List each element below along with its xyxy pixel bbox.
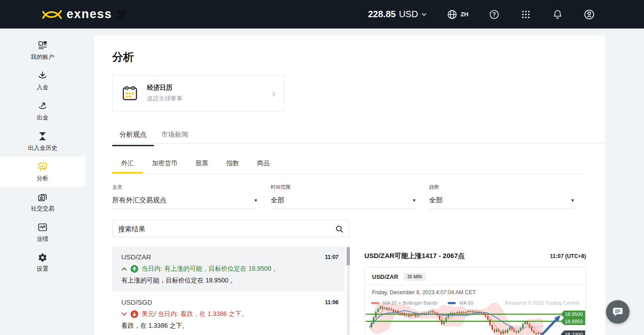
sidebar-item-label: 我的账户 [31, 53, 54, 61]
chat-button[interactable] [606, 300, 630, 324]
sidebar-item-deposit[interactable]: 入金 [0, 66, 85, 96]
bell-icon [552, 9, 563, 20]
candlestick-svg [365, 303, 585, 335]
balance-dropdown[interactable]: 228.85 USD [368, 9, 426, 19]
filter-label: 时间范围 [271, 184, 415, 191]
search-input[interactable] [118, 225, 335, 233]
svg-text:?: ? [492, 11, 496, 18]
performance-icon [37, 222, 48, 233]
price-level-label: 18.7400 [561, 330, 585, 335]
price-level-label: 18.9500 [561, 311, 585, 318]
withdrawal-icon [37, 100, 48, 111]
signal-headline: 美元/ 当日内: 看跌，在 1.3386 之下。 [142, 310, 248, 318]
calendar-card-title: 经济日历 [147, 84, 182, 92]
tab-market-news[interactable]: 市场新闻 [154, 127, 196, 145]
dashboard-icon [37, 40, 48, 51]
search-box [112, 220, 349, 237]
help-button[interactable]: ? [488, 9, 500, 20]
sidebar-item-label: 出金 [37, 114, 48, 122]
subtab-crypto[interactable]: 加密货币 [143, 157, 186, 173]
search-icon[interactable] [335, 225, 343, 233]
language-selector[interactable]: ZH [447, 9, 468, 20]
candlestick-chart[interactable]: 18.950018.885018.7400 [365, 303, 585, 335]
globe-icon [447, 9, 458, 20]
brand-name: exness [67, 7, 112, 21]
calendar-icon [121, 84, 139, 102]
chevron-down-icon [421, 13, 427, 16]
chevron-up-icon [121, 267, 127, 271]
topbar-controls: 228.85 USD ZH ? [368, 9, 595, 20]
dove-emoji: 🕊 [116, 9, 127, 20]
filter-value: 全部 [429, 196, 443, 205]
calendar-card-subtitle: 追踪全球要事 [147, 95, 182, 103]
detail-title: USD/ZAR可能上涨1417 - 2067点 [364, 252, 465, 260]
sidebar-item-withdrawal[interactable]: 出金 [0, 96, 85, 126]
chevron-down-icon [121, 312, 127, 316]
sidebar-item-settings[interactable]: 设置 [0, 248, 85, 278]
subtab-stocks[interactable]: 股票 [186, 157, 217, 173]
signal-pair: USD/ZAR [121, 253, 151, 261]
subtab-indices[interactable]: 指数 [217, 157, 248, 173]
list-item-usdsgd[interactable]: USD/SGD 11:06 美元/ 当日内: 看跌，在 1.3386 之下。 看… [112, 292, 345, 335]
sidebar-item-label: 社交交易 [31, 205, 54, 213]
deposit-icon [37, 70, 48, 81]
chat-bubble-icon [612, 306, 624, 318]
sidebar-item-label: 入金 [37, 83, 48, 91]
sidebar-item-analysis[interactable]: 分析 [0, 157, 85, 187]
chart-card-header: USD/ZAR 30 MIN [365, 268, 586, 285]
filter-time-range[interactable]: 时间范围 全部 ▾ [271, 184, 415, 209]
subtab-forex[interactable]: 外汇 [112, 157, 143, 173]
calendar-card-text: 经济日历 追踪全球要事 [147, 84, 182, 103]
exness-logo[interactable]: exness 🕊 [42, 7, 127, 21]
sidebar-item-label: 出入金历史 [28, 144, 57, 152]
filter-label: 主意 [112, 184, 257, 191]
signal-time: 11:07 [325, 254, 339, 260]
sidebar-item-social-trading[interactable]: 社交交易 [0, 187, 85, 217]
balance-value: 228.85 [368, 9, 396, 19]
notifications-button[interactable] [552, 9, 563, 20]
topbar: exness 🕊 228.85 USD ZH [0, 0, 644, 29]
scrollbar-thumb[interactable] [347, 247, 350, 265]
tab-analysis-views[interactable]: 分析观点 [112, 127, 154, 145]
analysis-icon [37, 161, 48, 172]
sidebar-item-history[interactable]: 出入金历史 [0, 126, 85, 157]
page-title: 分析 [112, 50, 134, 64]
apps-button[interactable] [520, 9, 532, 20]
list-scrollbar[interactable] [347, 246, 350, 335]
detail-header: USD/ZAR可能上涨1417 - 2067点 11:07 (UTC+8) [364, 252, 586, 260]
chevron-right-icon: › [272, 87, 276, 99]
sidebar-item-label: 分析 [37, 174, 48, 182]
hourglass-icon [37, 131, 48, 142]
chart-pair: USD/ZAR [372, 273, 398, 280]
signal-pair: USD/SGD [121, 298, 152, 306]
arrow-up-circle-icon [130, 265, 138, 273]
chart-card: USD/ZAR 30 MIN Friday, December 8, 2023 … [364, 267, 586, 335]
tabs-divider [112, 143, 605, 144]
filter-idea[interactable]: 主意 所有外汇交易观点 ▾ [112, 184, 257, 209]
apps-grid-icon [520, 9, 531, 20]
filter-value: 全部 [271, 196, 284, 205]
arrow-down-circle-icon [130, 310, 138, 318]
sidebar: 我的账户 入金 出金 [0, 29, 85, 335]
sidebar-item-label: 设置 [37, 265, 48, 273]
dropdown-caret-icon: ▾ [571, 197, 574, 203]
detail-time: 11:07 (UTC+8) [550, 253, 586, 259]
social-trading-icon [37, 191, 48, 202]
signal-time: 11:06 [325, 299, 339, 306]
signal-summary: 看跌，在 1.3386 之下。 [121, 322, 339, 330]
main-tabs: 分析观点 市场新闻 [112, 127, 196, 145]
dropdown-caret-icon: ▾ [413, 197, 415, 203]
sidebar-item-my-accounts[interactable]: 我的账户 [0, 35, 85, 66]
signal-list: USD/ZAR 11:07 当日内: 有上涨的可能，目标价位定在 18.9500… [112, 246, 345, 335]
main-panel: 分析 经济日历 追踪全球要事 › 分析观点 市场新闻 外汇 [94, 35, 605, 335]
account-button[interactable] [583, 9, 595, 20]
filter-value: 所有外汇交易观点 [112, 196, 167, 205]
filter-trend[interactable]: 趋势 全部 ▾ [429, 184, 574, 209]
sidebar-item-performance[interactable]: 业绩 [0, 217, 85, 248]
signal-headline: 当日内: 有上涨的可能，目标价位定在 18.9500 。 [142, 265, 279, 273]
subtabs-divider [112, 174, 587, 174]
economic-calendar-card[interactable]: 经济日历 追踪全球要事 › [112, 75, 284, 111]
subtab-commodities[interactable]: 商品 [248, 157, 279, 173]
account-icon [583, 9, 595, 20]
list-item-usdzar[interactable]: USD/ZAR 11:07 当日内: 有上涨的可能，目标价位定在 18.9500… [112, 246, 345, 292]
